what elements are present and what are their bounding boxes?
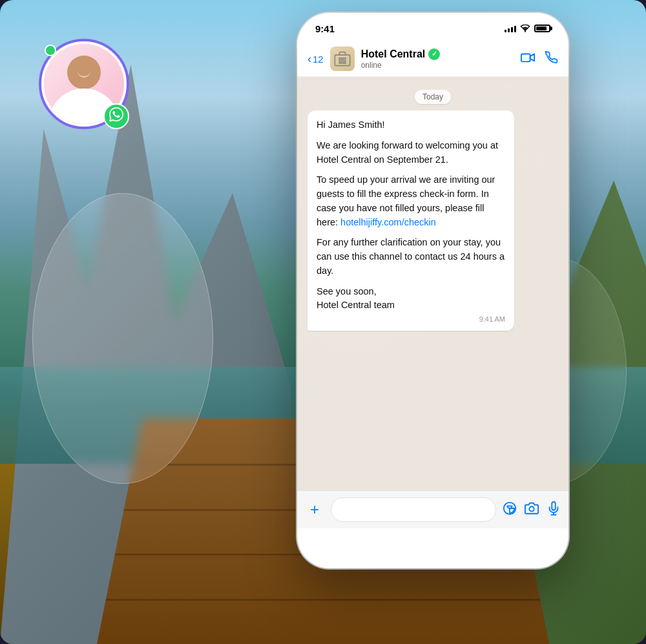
status-icons [505, 25, 550, 32]
mic-button[interactable] [547, 501, 561, 519]
message-meta: 9:41 AM [317, 315, 505, 323]
svg-point-0 [525, 31, 526, 32]
verified-check-icon: ✓ [432, 50, 437, 58]
message-greeting: Hi James Smith! [317, 118, 505, 132]
whatsapp-header: ‹ 12 Hotel Central [297, 41, 568, 77]
svg-rect-1 [335, 55, 349, 65]
svg-rect-6 [343, 62, 346, 63]
battery-icon [534, 25, 550, 32]
back-chevron-icon: ‹ [307, 52, 311, 66]
wifi-icon [520, 25, 530, 32]
svg-rect-5 [339, 62, 342, 63]
signal-bars-icon [505, 25, 516, 32]
status-time: 9:41 [315, 23, 335, 34]
glass-orb-left [32, 193, 213, 484]
message-paragraph1: We are looking forward to welcoming you … [317, 139, 505, 167]
contact-name-row: Hotel Central ✓ [361, 48, 514, 60]
add-attachment-button[interactable]: + [305, 500, 324, 519]
svg-marker-8 [530, 54, 534, 61]
message-paragraph3: For any further clarification on your st… [317, 236, 505, 278]
contact-avatar [330, 47, 355, 71]
contact-name: Hotel Central [361, 48, 426, 60]
video-call-button[interactable] [521, 52, 535, 67]
contact-status: online [361, 61, 514, 70]
input-actions [503, 501, 561, 519]
svg-rect-3 [339, 58, 342, 61]
date-divider: Today [307, 90, 558, 104]
whatsapp-icon [109, 107, 123, 125]
verified-badge: ✓ [428, 48, 440, 60]
message-input[interactable] [331, 497, 496, 522]
chat-area[interactable]: Today Hi James Smith! We are looking for… [297, 77, 568, 490]
checkin-link[interactable]: hotelhijiffy.com/checkin [340, 217, 436, 227]
scene: 9:41 [0, 0, 646, 644]
message-text: Hi James Smith! We are looking forward t… [317, 118, 505, 313]
message-time: 9:41 AM [479, 315, 505, 323]
message-signoff: See you soon, Hotel Central team [317, 285, 505, 313]
back-count: 12 [313, 54, 324, 65]
online-indicator [45, 45, 56, 56]
input-area: + [297, 490, 568, 528]
date-label: Today [415, 90, 451, 104]
svg-rect-7 [521, 54, 530, 61]
whatsapp-badge [103, 103, 129, 129]
contact-info: Hotel Central ✓ online [361, 48, 514, 70]
message-bubble: Hi James Smith! We are looking forward t… [307, 110, 514, 331]
camera-button[interactable] [525, 501, 539, 519]
header-actions [521, 51, 558, 67]
avatar-container [39, 39, 129, 129]
back-button[interactable]: ‹ 12 [307, 52, 324, 66]
svg-rect-4 [343, 58, 346, 61]
status-bar: 9:41 [297, 13, 568, 41]
phone-call-button[interactable] [545, 51, 558, 67]
plus-icon: + [310, 501, 319, 519]
phone-frame: 9:41 [297, 13, 568, 568]
message-paragraph2: To speed up your arrival we are inviting… [317, 173, 505, 229]
sticker-button[interactable] [503, 501, 517, 519]
svg-point-9 [529, 506, 534, 511]
